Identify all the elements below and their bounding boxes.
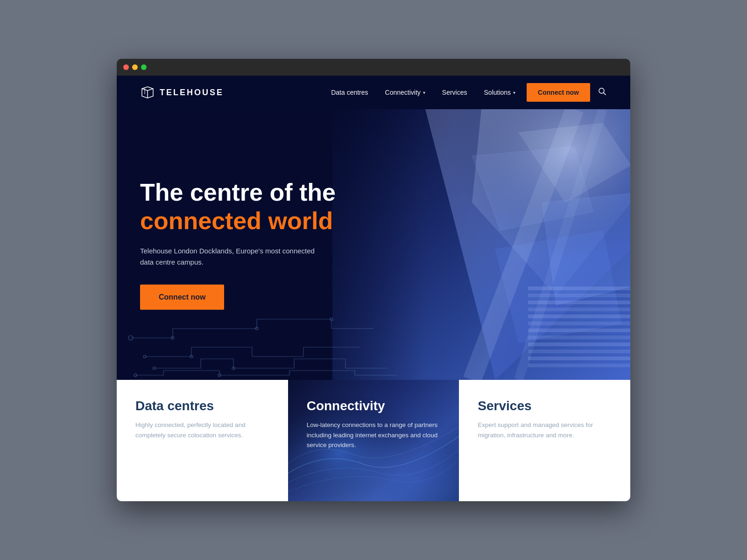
logo-text: TELEHOUSE xyxy=(160,88,224,98)
card-data-centres-content: Data centres Highly connected, perfectly… xyxy=(135,399,269,440)
nav-connectivity[interactable]: Connectivity ▾ xyxy=(385,89,425,96)
nav-data-centres[interactable]: Data centres xyxy=(331,89,368,96)
hero-subtitle: Telehouse London Docklands, Europe's mos… xyxy=(140,245,327,268)
card-connectivity[interactable]: Connectivity Low-latency connections to … xyxy=(288,380,459,501)
minimize-dot[interactable] xyxy=(132,64,138,70)
nav-solutions[interactable]: Solutions ▾ xyxy=(484,89,516,96)
search-icon[interactable] xyxy=(598,87,607,98)
card-connectivity-desc: Low-latency connections to a range of pa… xyxy=(307,420,441,450)
navbar: TELEHOUSE Data centres Connectivity ▾ Se… xyxy=(117,76,630,109)
logo[interactable]: TELEHOUSE xyxy=(140,85,224,100)
svg-line-2 xyxy=(604,92,606,95)
card-data-centres-desc: Highly connected, perfectly located and … xyxy=(135,420,269,440)
nav-connect-button[interactable]: Connect now xyxy=(527,83,590,102)
hero-section: The centre of the connected world Teleho… xyxy=(117,109,630,380)
nav-links: Data centres Connectivity ▾ Services Sol… xyxy=(331,89,515,96)
logo-icon xyxy=(140,85,155,100)
hero-title-line1: The centre of the xyxy=(140,179,336,206)
hero-content: The centre of the connected world Teleho… xyxy=(140,179,336,310)
close-dot[interactable] xyxy=(123,64,129,70)
card-data-centres[interactable]: Data centres Highly connected, perfectly… xyxy=(117,380,288,501)
card-data-centres-title: Data centres xyxy=(135,399,269,413)
card-services[interactable]: Services Expert support and managed serv… xyxy=(459,380,630,501)
card-services-content: Services Expert support and managed serv… xyxy=(478,399,612,440)
card-services-desc: Expert support and managed services for … xyxy=(478,420,612,440)
hero-connect-button[interactable]: Connect now xyxy=(140,285,224,310)
connectivity-chevron-icon: ▾ xyxy=(423,90,425,95)
browser-titlebar xyxy=(117,59,630,76)
maximize-dot[interactable] xyxy=(141,64,147,70)
browser-window: TELEHOUSE Data centres Connectivity ▾ Se… xyxy=(117,59,630,501)
card-connectivity-content: Connectivity Low-latency connections to … xyxy=(307,399,441,450)
cards-section: Data centres Highly connected, perfectly… xyxy=(117,380,630,501)
card-connectivity-title: Connectivity xyxy=(307,399,441,413)
card-services-title: Services xyxy=(478,399,612,413)
hero-title-line2: connected world xyxy=(140,208,336,234)
nav-services[interactable]: Services xyxy=(442,89,467,96)
site-wrapper: TELEHOUSE Data centres Connectivity ▾ Se… xyxy=(117,76,630,501)
solutions-chevron-icon: ▾ xyxy=(513,90,515,95)
